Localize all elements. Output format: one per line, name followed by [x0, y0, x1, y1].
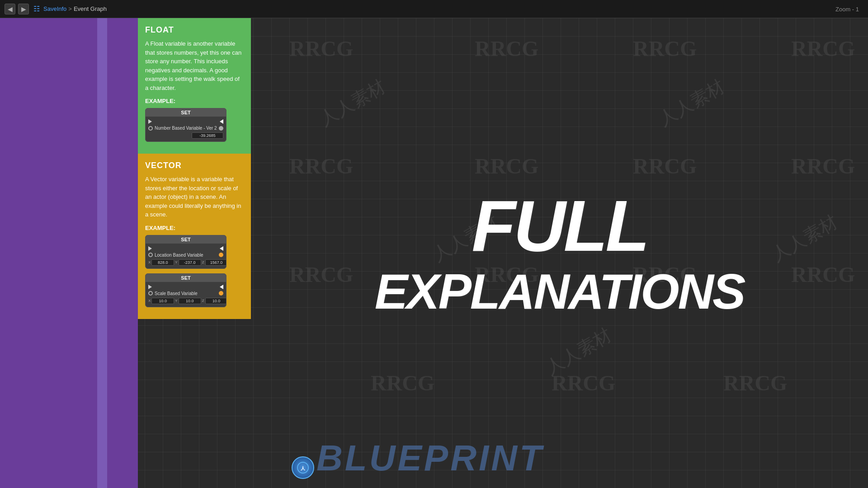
scale-exec-in [148, 285, 152, 289]
nav-buttons: ◀ ▶ [0, 4, 33, 14]
scale-var-label: Scale Based Variable [153, 291, 219, 296]
float-node-exec-in [148, 119, 152, 124]
float-section: FLOAT A Float variable is another variab… [138, 18, 251, 154]
float-node-exec-row [148, 118, 223, 125]
scale-z-label: Z [202, 299, 204, 303]
location-node-exec-row [148, 245, 223, 252]
scale-blueprint-node: SET Scale Based Variable X 10.0 [145, 273, 226, 307]
float-node-var-label: Number Based Variable - Ver 2 [153, 126, 219, 131]
float-example-label: EXAMPLE: [145, 98, 244, 104]
top-bar: ◀ ▶ ☷ SaveInfo > Event Graph Zoom - 1 [0, 0, 868, 18]
location-exec-out [220, 246, 223, 251]
scale-x-value[interactable]: 10.0 [151, 298, 174, 304]
content-panel: FLOAT A Float variable is another variab… [138, 18, 251, 488]
float-node-var-pin [148, 126, 153, 131]
forward-button[interactable]: ▶ [18, 4, 29, 14]
location-coords: X 828.0 Y -237.0 Z 1567.0 [148, 259, 226, 266]
location-var-label: Location Based Variable [153, 253, 219, 258]
float-node-body: Number Based Variable - Ver 2 -39.2685 [146, 117, 226, 141]
location-y-value[interactable]: -237.0 [179, 259, 201, 266]
location-y-label: Y [175, 260, 177, 264]
vector-section: VECTOR A Vector variable is a variable t… [138, 154, 251, 319]
float-node-header: SET [146, 108, 226, 117]
scale-coords: X 10.0 Y 10.0 Z 10.0 [148, 298, 226, 304]
float-node-var-out-pin [219, 126, 223, 131]
location-node-body: Location Based Variable X 828.0 Y -237.0… [146, 244, 226, 268]
location-node-header: SET [146, 235, 226, 244]
zoom-info: Zoom - 1 [835, 5, 859, 12]
location-x-value[interactable]: 828.0 [151, 259, 174, 266]
logo-circle: 人 [292, 456, 314, 479]
scale-y-value[interactable]: 10.0 [179, 298, 201, 304]
scale-exec-out [220, 285, 223, 289]
grid-icon: ☷ [33, 5, 40, 13]
scale-var-row: Scale Based Variable [148, 290, 223, 297]
location-x-label: X [148, 260, 151, 264]
location-var-row: Location Based Variable [148, 252, 223, 258]
scale-var-pin [148, 291, 153, 296]
vector-title: VECTOR [145, 161, 244, 170]
location-z-label: Z [202, 260, 204, 264]
main-heading-line1: Full [472, 190, 647, 262]
left-sidebar [0, 18, 138, 488]
breadcrumb: ☷ SaveInfo > Event Graph [33, 5, 107, 13]
breadcrumb-save-info[interactable]: SaveInfo [43, 5, 66, 12]
main-content: Full Explanations [251, 18, 868, 488]
float-node-exec-out [220, 119, 223, 124]
location-var-pin [148, 253, 153, 257]
scale-node-header: SET [146, 274, 226, 282]
purple-accent-bar [97, 18, 107, 488]
vector-description: A Vector variable is a variable that sto… [145, 175, 244, 219]
float-description: A Float variable is another variable tha… [145, 39, 244, 92]
location-z-value[interactable]: 1567.0 [205, 259, 226, 266]
svg-text:人: 人 [300, 466, 306, 471]
scale-var-out [219, 291, 223, 296]
location-coords-row: X 828.0 Y -237.0 Z 1567.0 [148, 258, 223, 267]
scale-z-value[interactable]: 10.0 [205, 298, 226, 304]
float-node-val-row: -39.2685 [148, 131, 223, 140]
scale-node-body: Scale Based Variable X 10.0 Y 10.0 Z 10.… [146, 282, 226, 307]
back-button[interactable]: ◀ [5, 4, 15, 14]
logo-icon: 人 [296, 461, 310, 474]
vector-example-label: EXAMPLE: [145, 225, 244, 231]
float-node-var-row: Number Based Variable - Ver 2 [148, 125, 223, 131]
main-heading-line2: Explanations [375, 267, 745, 316]
scale-node-exec-row [148, 284, 223, 290]
float-node-value[interactable]: -39.2685 [192, 132, 223, 139]
breadcrumb-event-graph[interactable]: Event Graph [74, 5, 107, 12]
location-blueprint-node: SET Location Based Variable X 828.0 [145, 235, 226, 269]
breadcrumb-separator: > [68, 5, 72, 12]
scale-coords-row: X 10.0 Y 10.0 Z 10.0 [148, 297, 223, 305]
location-exec-in [148, 246, 152, 251]
location-var-out [219, 253, 223, 257]
float-title: FLOAT [145, 25, 244, 35]
scale-x-label: X [148, 299, 151, 303]
float-blueprint-node: SET Number Based Variable - Ver 2 -39.26… [145, 108, 226, 142]
scale-y-label: Y [175, 299, 177, 303]
